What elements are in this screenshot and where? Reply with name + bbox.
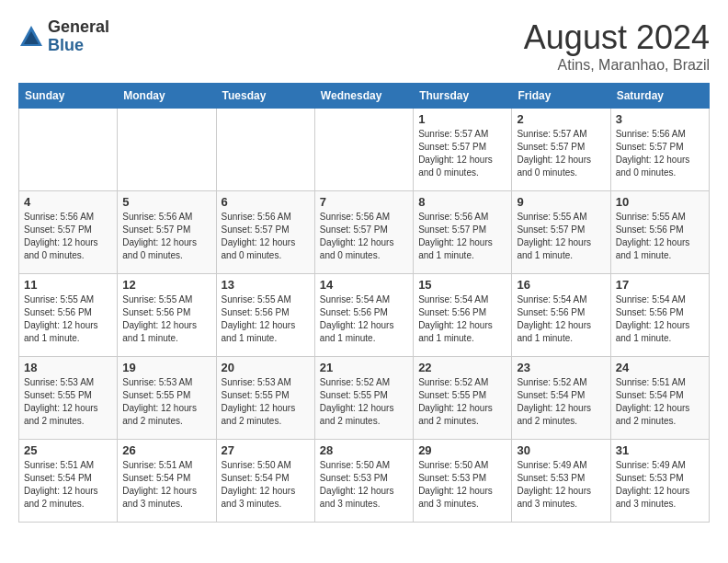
day-number: 20	[222, 361, 310, 374]
day-info: Sunrise: 5:51 AM Sunset: 5:54 PM Dayligh…	[24, 459, 112, 511]
day-number: 15	[418, 278, 506, 292]
day-number: 14	[320, 278, 408, 292]
day-number: 30	[517, 443, 605, 457]
day-info: Sunrise: 5:52 AM Sunset: 5:54 PM Dayligh…	[517, 376, 605, 428]
day-number: 7	[320, 195, 408, 209]
calendar-cell	[314, 109, 413, 191]
logo-general: General	[48, 18, 109, 37]
calendar-cell: 20Sunrise: 5:53 AM Sunset: 5:55 PM Dayli…	[216, 357, 314, 440]
calendar-cell	[19, 109, 118, 191]
calendar-cell: 11Sunrise: 5:55 AM Sunset: 5:56 PM Dayli…	[19, 274, 118, 357]
day-number: 31	[616, 443, 704, 457]
day-info: Sunrise: 5:54 AM Sunset: 5:56 PM Dayligh…	[418, 293, 506, 345]
day-number: 16	[517, 278, 605, 292]
day-number: 25	[24, 443, 112, 457]
day-info: Sunrise: 5:56 AM Sunset: 5:57 PM Dayligh…	[320, 211, 408, 262]
day-number: 26	[122, 443, 210, 457]
day-number: 3	[616, 112, 704, 126]
day-number: 23	[517, 361, 605, 374]
day-info: Sunrise: 5:53 AM Sunset: 5:55 PM Dayligh…	[122, 376, 210, 428]
day-info: Sunrise: 5:55 AM Sunset: 5:57 PM Dayligh…	[517, 211, 605, 262]
calendar-table: SundayMondayTuesdayWednesdayThursdayFrid…	[18, 83, 710, 523]
day-number: 8	[418, 195, 506, 209]
calendar-cell: 8Sunrise: 5:56 AM Sunset: 5:57 PM Daylig…	[414, 191, 512, 274]
day-number: 9	[517, 195, 605, 209]
calendar-cell: 31Sunrise: 5:49 AM Sunset: 5:53 PM Dayli…	[610, 440, 709, 523]
header-row: SundayMondayTuesdayWednesdayThursdayFrid…	[19, 84, 710, 109]
calendar-cell: 13Sunrise: 5:55 AM Sunset: 5:56 PM Dayli…	[216, 274, 314, 357]
calendar-cell: 6Sunrise: 5:56 AM Sunset: 5:57 PM Daylig…	[216, 191, 314, 274]
day-number: 12	[122, 278, 210, 292]
calendar-cell: 10Sunrise: 5:55 AM Sunset: 5:56 PM Dayli…	[610, 191, 709, 274]
day-info: Sunrise: 5:56 AM Sunset: 5:57 PM Dayligh…	[24, 211, 112, 262]
header-day-saturday: Saturday	[610, 84, 709, 109]
calendar-week-2: 4Sunrise: 5:56 AM Sunset: 5:57 PM Daylig…	[19, 191, 710, 274]
calendar-header: SundayMondayTuesdayWednesdayThursdayFrid…	[19, 84, 710, 109]
calendar-cell: 12Sunrise: 5:55 AM Sunset: 5:56 PM Dayli…	[118, 274, 216, 357]
calendar-cell: 25Sunrise: 5:51 AM Sunset: 5:54 PM Dayli…	[19, 440, 118, 523]
logo-blue: Blue	[48, 37, 109, 55]
header-day-monday: Monday	[118, 84, 216, 109]
calendar-cell: 30Sunrise: 5:49 AM Sunset: 5:53 PM Dayli…	[512, 440, 610, 523]
calendar-week-3: 11Sunrise: 5:55 AM Sunset: 5:56 PM Dayli…	[19, 274, 710, 357]
day-number: 4	[24, 195, 112, 209]
day-info: Sunrise: 5:55 AM Sunset: 5:56 PM Dayligh…	[616, 211, 704, 262]
day-info: Sunrise: 5:56 AM Sunset: 5:57 PM Dayligh…	[418, 211, 506, 262]
day-number: 22	[418, 361, 506, 374]
day-number: 13	[222, 278, 310, 292]
logo: General Blue	[18, 18, 109, 55]
day-info: Sunrise: 5:52 AM Sunset: 5:55 PM Dayligh…	[418, 376, 506, 428]
day-number: 19	[122, 361, 210, 374]
calendar-cell: 9Sunrise: 5:55 AM Sunset: 5:57 PM Daylig…	[512, 191, 610, 274]
day-info: Sunrise: 5:57 AM Sunset: 5:57 PM Dayligh…	[517, 128, 605, 179]
day-info: Sunrise: 5:50 AM Sunset: 5:53 PM Dayligh…	[320, 459, 408, 511]
calendar-cell: 5Sunrise: 5:56 AM Sunset: 5:57 PM Daylig…	[118, 191, 216, 274]
day-number: 24	[616, 361, 704, 374]
day-info: Sunrise: 5:49 AM Sunset: 5:53 PM Dayligh…	[616, 459, 704, 511]
calendar-cell: 4Sunrise: 5:56 AM Sunset: 5:57 PM Daylig…	[19, 191, 118, 274]
day-info: Sunrise: 5:57 AM Sunset: 5:57 PM Dayligh…	[418, 128, 506, 179]
page-subtitle: Atins, Maranhao, Brazil	[524, 57, 710, 74]
day-info: Sunrise: 5:52 AM Sunset: 5:55 PM Dayligh…	[320, 376, 408, 428]
calendar-cell: 22Sunrise: 5:52 AM Sunset: 5:55 PM Dayli…	[414, 357, 512, 440]
calendar-cell: 14Sunrise: 5:54 AM Sunset: 5:56 PM Dayli…	[314, 274, 413, 357]
calendar-cell: 28Sunrise: 5:50 AM Sunset: 5:53 PM Dayli…	[314, 440, 413, 523]
day-info: Sunrise: 5:53 AM Sunset: 5:55 PM Dayligh…	[222, 376, 310, 428]
day-number: 18	[24, 361, 112, 374]
calendar-cell	[118, 109, 216, 191]
calendar-cell: 7Sunrise: 5:56 AM Sunset: 5:57 PM Daylig…	[314, 191, 413, 274]
day-info: Sunrise: 5:54 AM Sunset: 5:56 PM Dayligh…	[616, 293, 704, 345]
day-number: 28	[320, 443, 408, 457]
day-info: Sunrise: 5:50 AM Sunset: 5:54 PM Dayligh…	[222, 459, 310, 511]
day-number: 29	[418, 443, 506, 457]
header-day-tuesday: Tuesday	[216, 84, 314, 109]
header-day-thursday: Thursday	[414, 84, 512, 109]
logo-text: General Blue	[48, 18, 109, 55]
day-number: 6	[222, 195, 310, 209]
page-title: August 2024	[524, 18, 710, 57]
calendar-body: 1Sunrise: 5:57 AM Sunset: 5:57 PM Daylig…	[19, 109, 710, 523]
calendar-cell: 18Sunrise: 5:53 AM Sunset: 5:55 PM Dayli…	[19, 357, 118, 440]
calendar-cell: 24Sunrise: 5:51 AM Sunset: 5:54 PM Dayli…	[610, 357, 709, 440]
day-info: Sunrise: 5:55 AM Sunset: 5:56 PM Dayligh…	[122, 293, 210, 345]
day-info: Sunrise: 5:51 AM Sunset: 5:54 PM Dayligh…	[616, 376, 704, 428]
calendar-cell: 17Sunrise: 5:54 AM Sunset: 5:56 PM Dayli…	[610, 274, 709, 357]
day-info: Sunrise: 5:54 AM Sunset: 5:56 PM Dayligh…	[320, 293, 408, 345]
calendar-cell: 2Sunrise: 5:57 AM Sunset: 5:57 PM Daylig…	[512, 109, 610, 191]
calendar-cell: 21Sunrise: 5:52 AM Sunset: 5:55 PM Dayli…	[314, 357, 413, 440]
calendar-cell	[216, 109, 314, 191]
logo-icon	[18, 24, 44, 50]
calendar-cell: 19Sunrise: 5:53 AM Sunset: 5:55 PM Dayli…	[118, 357, 216, 440]
day-info: Sunrise: 5:50 AM Sunset: 5:53 PM Dayligh…	[418, 459, 506, 511]
day-number: 17	[616, 278, 704, 292]
calendar-cell: 29Sunrise: 5:50 AM Sunset: 5:53 PM Dayli…	[414, 440, 512, 523]
day-number: 27	[222, 443, 310, 457]
calendar-week-5: 25Sunrise: 5:51 AM Sunset: 5:54 PM Dayli…	[19, 440, 710, 523]
day-info: Sunrise: 5:56 AM Sunset: 5:57 PM Dayligh…	[616, 128, 704, 179]
calendar-cell: 26Sunrise: 5:51 AM Sunset: 5:54 PM Dayli…	[118, 440, 216, 523]
calendar-cell: 1Sunrise: 5:57 AM Sunset: 5:57 PM Daylig…	[414, 109, 512, 191]
day-info: Sunrise: 5:56 AM Sunset: 5:57 PM Dayligh…	[222, 211, 310, 262]
day-info: Sunrise: 5:49 AM Sunset: 5:53 PM Dayligh…	[517, 459, 605, 511]
day-info: Sunrise: 5:55 AM Sunset: 5:56 PM Dayligh…	[24, 293, 112, 345]
day-number: 1	[418, 112, 506, 126]
